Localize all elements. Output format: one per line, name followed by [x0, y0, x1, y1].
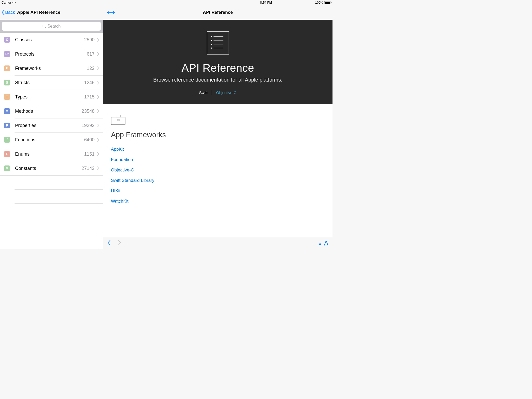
framework-link[interactable]: UIKit [111, 186, 325, 196]
list-item-enums[interactable]: E Enums 1151 [0, 147, 103, 161]
chevron-right-icon [97, 66, 99, 70]
content-title: API Reference [203, 10, 233, 15]
svg-point-3 [211, 36, 211, 37]
chevron-left-icon [2, 10, 5, 15]
hero: API Reference Browse reference documenta… [103, 20, 332, 104]
row-label: Frameworks [15, 66, 87, 71]
framework-links: AppKitFoundationObjective-CSwift Standar… [111, 144, 325, 207]
row-count: 23548 [82, 109, 95, 114]
svg-rect-2 [207, 31, 229, 54]
row-count: 617 [87, 51, 95, 57]
chevron-right-icon [97, 81, 99, 84]
category-icon: f [4, 137, 10, 143]
wifi-icon [12, 1, 16, 4]
toolbox-icon [111, 115, 125, 125]
frameworks-section: App Frameworks AppKitFoundationObjective… [103, 104, 332, 237]
chevron-right-icon [97, 152, 99, 156]
row-label: Methods [15, 109, 82, 114]
svg-point-5 [211, 40, 211, 41]
row-count: 1246 [84, 80, 95, 85]
search-input[interactable]: Search [2, 22, 101, 31]
list-item-functions[interactable]: f Functions 6400 [0, 133, 103, 147]
category-list: C Classes 2590 Pr Protocols 617 F Framew… [0, 33, 103, 204]
category-icon: T [4, 94, 10, 100]
back-button[interactable]: Back [2, 10, 15, 15]
row-count: 122 [87, 66, 95, 71]
framework-link[interactable]: WatchKit [111, 196, 325, 207]
hero-subtitle: Browse reference documentation for all A… [108, 77, 327, 83]
row-count: 1715 [84, 94, 95, 100]
list-item-classes[interactable]: C Classes 2590 [0, 33, 103, 47]
category-icon: M [4, 108, 10, 114]
text-large-icon: A [324, 239, 328, 247]
row-count: 19293 [82, 123, 95, 128]
separator [212, 90, 212, 95]
content-nav: API Reference [103, 5, 332, 20]
row-label: Functions [15, 137, 84, 143]
chevron-right-icon [97, 167, 99, 170]
list-item-structs[interactable]: S Structs 1246 [0, 76, 103, 90]
search-wrap: Search [0, 20, 103, 33]
chevron-right-icon [97, 124, 99, 127]
sidebar-title: Apple API Reference [17, 10, 61, 15]
search-placeholder: Search [48, 24, 61, 29]
row-label: Enums [15, 151, 84, 157]
language-toggle: Swift Objective-C [108, 90, 327, 95]
text-small-icon: A [319, 242, 321, 246]
row-label: Structs [15, 80, 84, 85]
list-item-protocols[interactable]: Pr Protocols 617 [0, 47, 103, 61]
list-item-frameworks[interactable]: F Frameworks 122 [0, 61, 103, 75]
row-label: Protocols [15, 51, 87, 57]
back-label: Back [5, 10, 15, 15]
content-pane: API Reference API Reference Browse refer… [103, 5, 332, 249]
framework-link[interactable]: Swift Standard Library [111, 175, 325, 186]
list-item-properties[interactable]: P Properties 19293 [0, 118, 103, 132]
lang-objc[interactable]: Objective-C [216, 90, 236, 95]
row-count: 6400 [84, 137, 95, 143]
category-icon: P [4, 123, 10, 128]
category-icon: V [4, 165, 10, 171]
sidebar-nav: Back Apple API Reference [0, 5, 103, 20]
battery-icon [324, 1, 331, 4]
category-icon: F [4, 65, 10, 71]
bottom-toolbar: A A [103, 237, 332, 249]
status-bar: Carrier 8:54 PM 100% [0, 0, 332, 5]
row-count: 27143 [82, 166, 95, 171]
history-buttons[interactable] [107, 10, 116, 15]
framework-link[interactable]: Foundation [111, 155, 325, 165]
list-item-constants[interactable]: V Constants 27143 [0, 161, 103, 175]
row-count: 2590 [84, 37, 95, 43]
battery-percent: 100% [315, 1, 323, 4]
empty-row [15, 190, 103, 204]
text-size-control[interactable]: A A [319, 239, 328, 247]
svg-point-7 [211, 44, 211, 44]
document-icon [207, 31, 229, 55]
svg-point-9 [211, 48, 211, 48]
list-item-methods[interactable]: M Methods 23548 [0, 104, 103, 118]
chevron-right-icon [97, 38, 99, 42]
page-back-button[interactable] [107, 240, 111, 247]
chevron-right-icon [97, 138, 99, 142]
chevron-right-icon [97, 52, 99, 56]
sidebar: Back Apple API Reference Search C Classe… [0, 5, 103, 249]
row-count: 1151 [84, 151, 95, 157]
carrier-label: Carrier [2, 1, 11, 4]
framework-link[interactable]: Objective-C [111, 165, 325, 175]
chevron-right-icon [97, 109, 99, 113]
history-arrows-icon [107, 10, 116, 15]
category-icon: E [4, 151, 10, 157]
row-label: Properties [15, 123, 82, 128]
category-icon: C [4, 37, 10, 43]
category-icon: Pr [4, 51, 10, 57]
section-title: App Frameworks [111, 131, 325, 139]
page-forward-button[interactable] [118, 240, 121, 247]
svg-rect-14 [117, 119, 119, 121]
row-label: Constants [15, 166, 82, 171]
framework-link[interactable]: AppKit [111, 144, 325, 155]
lang-swift[interactable]: Swift [199, 90, 208, 95]
list-item-types[interactable]: T Types 1715 [0, 90, 103, 104]
row-label: Types [15, 94, 84, 100]
search-icon [42, 24, 46, 28]
category-icon: S [4, 80, 10, 85]
empty-row [15, 176, 103, 190]
